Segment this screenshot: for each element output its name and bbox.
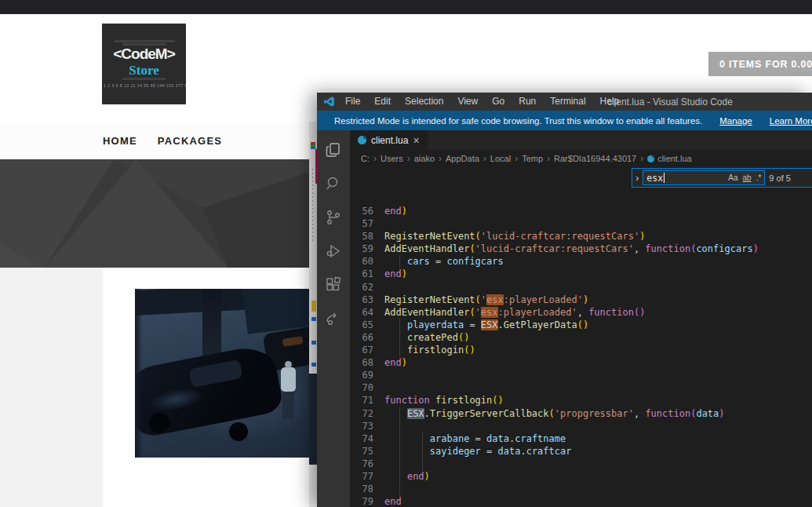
line-number: 57 [350,217,384,230]
menu-item-run[interactable]: Run [512,93,543,111]
dashed-border-sliver [312,169,313,241]
code-line: 69 [350,369,812,381]
line-number: 63 [350,294,384,306]
line-number: 58 [350,230,384,243]
tab-bar: client.lua × [350,130,812,150]
breadcrumb-item[interactable]: Rar$DIa16944.43017 [554,154,636,163]
breadcrumb-item[interactable]: aiako [414,154,435,163]
line-number: 77 [350,470,384,483]
code-area[interactable]: 56end)5758RegisterNetEvent('lucid-craftc… [350,205,812,507]
logo-decor-line [122,43,166,46]
code-text: end) [384,205,407,217]
code-text: createPed() [384,331,469,344]
code-text: RegisterNetEvent('lucid-craftcar:request… [384,230,645,243]
indent-guide [399,445,400,458]
store-logo[interactable]: <CodeM> Store 0 1 1 2 3 5 8 13 21 34 55 … [102,24,186,104]
code-line: 79end [350,495,812,507]
search-icon[interactable] [323,173,344,194]
indent-guide [399,470,400,483]
line-number: 60 [350,255,384,268]
indent-guide [399,407,400,420]
code-line: 68end) [350,356,812,369]
indent-guide [399,420,400,432]
tab-client-lua[interactable]: client.lua × [350,130,428,150]
code-line: 58RegisterNetEvent('lucid-craftcar:reque… [350,230,812,243]
find-results-count: 9 of 5 [769,173,791,183]
logo-subtitle: Store [129,64,158,77]
line-number: 72 [350,407,384,420]
tab-label: client.lua [371,135,408,146]
run-debug-icon[interactable] [323,241,344,261]
find-toggle-chevron[interactable]: › [635,172,639,184]
logo-decor-line [114,40,175,42]
manage-link[interactable]: Manage [719,116,752,126]
breadcrumb-item[interactable]: C: [361,154,370,163]
breadcrumb-separator: › [483,153,486,164]
learn-more-link[interactable]: Learn More [770,116,812,126]
regex-icon[interactable]: .* [756,173,762,182]
extensions-icon[interactable] [323,275,344,295]
breadcrumb-item[interactable]: client.lua [657,154,691,163]
code-text: cars = configcars [384,255,504,268]
find-input[interactable]: esx Aa ab .* [643,170,765,185]
line-number: 64 [350,306,384,319]
live-share-icon[interactable] [323,308,344,329]
code-line: 61end) [350,268,812,280]
indent-guide [399,344,400,356]
menu-item-edit[interactable]: Edit [367,93,398,111]
indent-guide [422,432,423,445]
nav-link-home[interactable]: HOME [103,135,137,147]
code-text: arabane = data.craftname [384,432,566,445]
breadcrumbs: C:›Users›aiako›AppData›Local›Temp›Rar$DI… [350,150,812,167]
line-number: 78 [350,483,384,495]
restricted-mode-text: Restricted Mode is intended for safe cod… [334,116,702,126]
vscode-window: FileEditSelectionViewGoRunTerminalHelp c… [317,93,812,507]
site-nav: HOMEPACKAGES [0,122,317,159]
menu-item-selection[interactable]: Selection [398,93,450,111]
code-line: 76 [350,458,812,470]
page-left-background [0,268,103,507]
breadcrumb-item[interactable]: Users [381,154,403,163]
source-control-icon[interactable] [323,207,344,228]
logo-decor-line [122,78,166,80]
explorer-icon[interactable] [323,140,344,160]
cart-button[interactable]: 0 ITEMS FOR 0.00 E [708,52,812,76]
code-line: 73 [350,420,812,432]
code-line: 72 ESX.TriggerServerCallback('propgressb… [350,407,812,420]
menu-item-help[interactable]: Help [593,93,627,111]
line-number: 56 [350,205,384,217]
breadcrumb-item[interactable]: Temp [522,154,543,163]
indent-guide [399,432,400,445]
line-number: 73 [350,420,384,432]
code-line: 62 [350,281,812,294]
nav-link-packages[interactable]: PACKAGES [158,135,222,147]
indent-guide [399,255,400,268]
code-line: 71function firstlogin() [350,394,812,407]
tiny-favicon [311,142,315,149]
vscode-logo-icon [323,96,335,108]
menu-item-file[interactable]: File [338,93,367,111]
breadcrumb-separator: › [407,153,410,164]
line-number: 68 [350,356,384,369]
hero-banner [0,159,317,268]
site-top-strip [0,0,812,14]
line-number: 76 [350,458,384,470]
code-text: playerdata = ESX.GetPlayerData() [384,319,588,331]
restricted-mode-banner: Restricted Mode is intended for safe cod… [317,111,812,130]
breadcrumb-separator: › [373,153,377,164]
menu-item-terminal[interactable]: Terminal [543,93,592,111]
code-text: function firstlogin() [384,394,504,407]
menu-item-go[interactable]: Go [485,93,512,111]
tab-close-icon[interactable]: × [413,135,419,146]
line-number: 67 [350,344,384,356]
match-case-icon[interactable]: Aa [728,173,737,182]
code-text: RegisterNetEvent('esx:playerLoaded') [384,294,588,306]
breadcrumb-item[interactable]: AppData [446,154,479,163]
menu-item-view[interactable]: View [450,93,485,111]
breadcrumb-item[interactable]: Local [490,154,511,163]
line-number: 70 [350,381,384,394]
code-text: end) [384,356,407,369]
whole-word-icon[interactable]: ab [743,173,752,182]
code-line: 66 createPed() [350,331,812,344]
game-screenshot[interactable] [135,289,311,458]
